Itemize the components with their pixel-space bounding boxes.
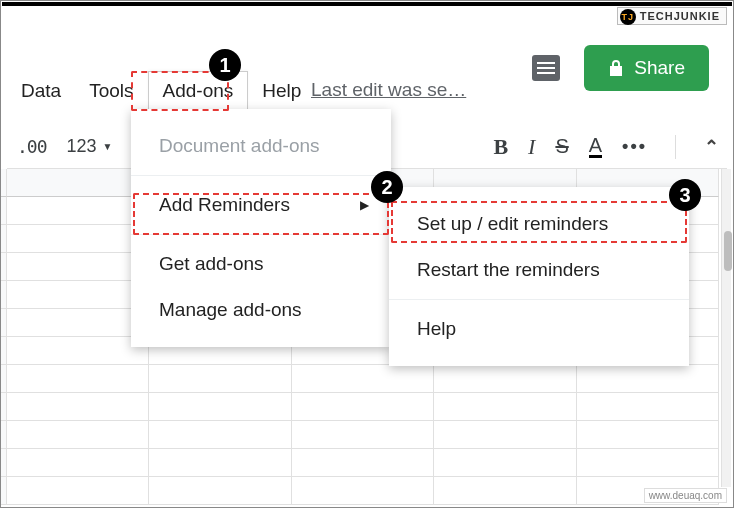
col-header[interactable] bbox=[7, 169, 149, 197]
menu-add-reminders-label: Add Reminders bbox=[159, 194, 290, 215]
submenu-setup-edit[interactable]: Set up / edit reminders bbox=[389, 201, 689, 247]
add-reminders-submenu: Set up / edit reminders Restart the remi… bbox=[389, 187, 689, 366]
format123-label: 123 bbox=[67, 136, 97, 157]
caret-down-icon: ▼ bbox=[103, 141, 113, 152]
menu-help[interactable]: Help bbox=[248, 72, 315, 110]
share-label: Share bbox=[634, 57, 685, 79]
text-color-button[interactable]: A bbox=[589, 136, 602, 158]
share-row: Share bbox=[532, 45, 709, 91]
annotation-badge-1: 1 bbox=[209, 49, 241, 81]
top-strip bbox=[2, 2, 732, 6]
collapse-toolbar-button[interactable]: ⌃ bbox=[704, 136, 719, 158]
menu-tools[interactable]: Tools bbox=[75, 72, 147, 110]
submenu-help[interactable]: Help bbox=[389, 306, 689, 352]
strike-button[interactable]: S bbox=[555, 135, 568, 158]
menu-manage-addons[interactable]: Manage add-ons bbox=[131, 287, 391, 333]
submenu-restart[interactable]: Restart the reminders bbox=[389, 247, 689, 293]
menu-separator bbox=[131, 175, 391, 176]
more-button[interactable]: ••• bbox=[622, 136, 647, 157]
tool-decrease-decimal[interactable]: .00 bbox=[7, 136, 57, 157]
italic-button[interactable]: I bbox=[528, 134, 535, 160]
brand-badge-box: TJ TECHJUNKIE bbox=[617, 7, 727, 25]
menu-data[interactable]: Data bbox=[7, 72, 75, 110]
menu-document-addons: Document add-ons bbox=[131, 123, 391, 169]
menu-get-addons[interactable]: Get add-ons bbox=[131, 241, 391, 287]
menu-separator bbox=[131, 234, 391, 235]
lock-icon bbox=[608, 59, 624, 77]
submenu-arrow-icon: ▶ bbox=[360, 198, 369, 212]
menu-separator bbox=[389, 299, 689, 300]
annotation-badge-3: 3 bbox=[669, 179, 701, 211]
share-button[interactable]: Share bbox=[584, 45, 709, 91]
last-edit-link[interactable]: Last edit was se… bbox=[311, 79, 466, 101]
brand-logo-icon: TJ bbox=[620, 9, 636, 25]
tool-format-123[interactable]: 123 ▼ bbox=[57, 136, 123, 157]
annotation-badge-2: 2 bbox=[371, 171, 403, 203]
comment-icon[interactable] bbox=[532, 55, 560, 81]
bold-button[interactable]: B bbox=[493, 134, 508, 160]
brand-label: TECHJUNKIE bbox=[640, 10, 720, 22]
scrollbar-track[interactable] bbox=[721, 169, 731, 487]
decimal-label: .00 bbox=[17, 136, 47, 157]
watermark: www.deuaq.com bbox=[644, 488, 727, 503]
addons-menu: Document add-ons Add Reminders ▶ Get add… bbox=[131, 109, 391, 347]
menu-add-reminders[interactable]: Add Reminders ▶ bbox=[131, 182, 391, 228]
scrollbar-thumb[interactable] bbox=[724, 231, 732, 271]
menubar: Data Tools Add-ons Help bbox=[7, 71, 315, 110]
toolbar-separator bbox=[675, 135, 676, 159]
